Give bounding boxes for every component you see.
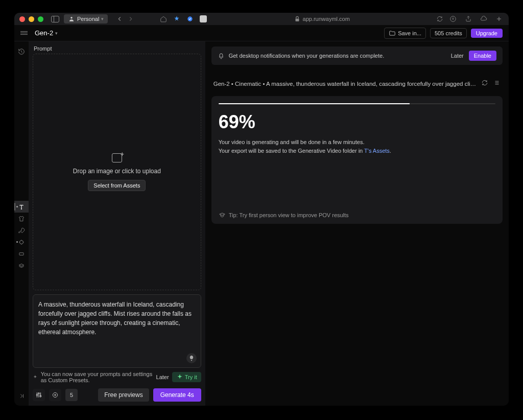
extension-icon-1[interactable] (172, 14, 181, 24)
seed-value-display[interactable]: 5 (65, 389, 78, 401)
browser-chrome: Personal ▾ app.runwayml.com (14, 13, 509, 25)
prompt-section-label: Prompt (33, 44, 201, 54)
progress-line-2-suffix: . (390, 148, 391, 154)
generation-header: Gen-2 • Cinematic • A massive, thunderou… (211, 70, 503, 88)
profile-label: Personal (77, 16, 99, 22)
brush-icon (18, 239, 25, 246)
cloud-icon[interactable] (479, 14, 488, 24)
progress-line-2-prefix: Your export will be saved to the Generat… (219, 148, 364, 154)
interpolate-tool-button[interactable] (14, 260, 29, 271)
maximize-window-button[interactable] (38, 16, 43, 22)
model-title: Gen-2 (35, 29, 53, 37)
svg-rect-5 (19, 252, 23, 255)
save-button[interactable]: Save in... (384, 28, 426, 39)
url-text: app.runwayml.com (303, 16, 350, 22)
hamburger-menu-button[interactable] (20, 31, 28, 35)
generate-bar: 5 Free previews Generate 4s (33, 383, 201, 402)
person-icon (68, 15, 75, 22)
preset-tip-bar: You can now save your prompts and settin… (33, 368, 201, 383)
assets-folder-link[interactable]: T's Assets (364, 148, 390, 154)
motion-tool-button[interactable] (14, 224, 29, 236)
tool-rail (14, 41, 29, 406)
drop-zone-text: Drop an image or click to upload (73, 168, 161, 175)
tip-row: Tip: Try first person view to improve PO… (219, 212, 495, 219)
folder-icon (389, 30, 396, 37)
graduation-cap-icon (219, 212, 226, 219)
back-button[interactable] (115, 14, 124, 24)
reload-button[interactable] (435, 14, 444, 24)
refresh-icon (481, 79, 488, 86)
text-icon (18, 203, 25, 211)
preset-tryit-button[interactable]: Try it (172, 372, 201, 382)
text-tool-button[interactable] (14, 201, 29, 213)
history-icon (18, 48, 25, 55)
tip-text: Tip: Try first person view to improve PO… (229, 212, 349, 218)
seed-icon (52, 391, 59, 399)
select-from-assets-button[interactable]: Select from Assets (88, 180, 146, 191)
upgrade-button[interactable]: Upgrade (471, 29, 503, 38)
progress-percent: 69% (219, 111, 495, 133)
collapse-icon (18, 392, 25, 400)
style-tool-button[interactable] (14, 213, 29, 224)
model-selector[interactable]: Gen-2 ▾ (35, 29, 58, 37)
url-bar[interactable]: app.runwayml.com (212, 15, 431, 22)
extension-icon-3[interactable] (199, 14, 208, 24)
history-button[interactable] (14, 45, 29, 57)
notification-banner: Get desktop notifications when your gene… (211, 46, 503, 65)
new-tab-button[interactable] (494, 14, 504, 24)
layers-icon (18, 262, 25, 269)
progress-line-1: Your video is generating and will be don… (219, 138, 495, 147)
chevron-down-icon: ▾ (101, 16, 104, 21)
profile-menu[interactable]: Personal ▾ (64, 14, 108, 24)
traffic-lights (19, 16, 43, 22)
output-panel: Get desktop notifications when your gene… (205, 41, 509, 406)
share-icon[interactable] (464, 14, 473, 24)
notif-later-button[interactable]: Later (451, 53, 464, 59)
sparkle-icon (176, 374, 183, 381)
minimize-window-button[interactable] (29, 16, 34, 22)
settings-button[interactable] (33, 389, 45, 401)
main-content: Prompt Drop an image or click to upload … (14, 41, 509, 406)
progress-bar (219, 103, 495, 104)
generation-menu-button[interactable] (493, 79, 501, 88)
image-drop-zone[interactable]: Drop an image or click to upload Select … (33, 54, 201, 290)
svg-point-4 (20, 240, 23, 244)
generate-button[interactable]: Generate 4s (153, 388, 201, 402)
chevron-down-icon: ▾ (55, 31, 58, 36)
notif-enable-button[interactable]: Enable (469, 51, 496, 61)
svg-point-6 (36, 394, 37, 395)
credits-badge[interactable]: 505 credits (430, 28, 467, 38)
prompt-panel: Prompt Drop an image or click to upload … (29, 41, 205, 406)
prompt-text-area[interactable]: A massive, thunderous waterfall in Icela… (33, 294, 201, 368)
regenerate-button[interactable] (481, 79, 488, 88)
aspect-tool-button[interactable] (14, 248, 29, 260)
svg-point-7 (38, 393, 39, 394)
rocket-icon (18, 227, 25, 234)
sliders-icon (35, 391, 42, 399)
preset-later-button[interactable]: Later (156, 374, 169, 380)
brush-tool-button[interactable] (14, 236, 29, 248)
sparkle-icon (33, 374, 38, 381)
bell-icon (218, 52, 225, 59)
preset-tip-text: You can now save your prompts and settin… (41, 371, 153, 383)
extension-icon-2[interactable] (185, 14, 195, 24)
progress-card: 69% Your video is generating and will be… (211, 96, 503, 224)
lock-icon (294, 15, 301, 22)
close-window-button[interactable] (19, 16, 25, 22)
free-previews-button[interactable]: Free previews (98, 388, 149, 402)
seed-button[interactable] (49, 389, 61, 401)
collapse-rail-button[interactable] (14, 390, 29, 402)
download-icon[interactable] (448, 14, 458, 24)
svg-point-0 (70, 17, 73, 19)
forward-button[interactable] (126, 14, 135, 24)
svg-rect-2 (295, 18, 299, 21)
home-icon[interactable] (159, 14, 168, 24)
app-header: Gen-2 ▾ Save in... 505 credits Upgrade (14, 25, 509, 41)
aspect-icon (18, 250, 25, 258)
lightbulb-icon (188, 355, 195, 362)
progress-status: Your video is generating and will be don… (219, 138, 495, 155)
sidebar-toggle-button[interactable] (51, 14, 60, 24)
save-label: Save in... (398, 30, 421, 36)
ai-suggest-button[interactable] (186, 353, 197, 363)
shirt-icon (18, 215, 25, 222)
